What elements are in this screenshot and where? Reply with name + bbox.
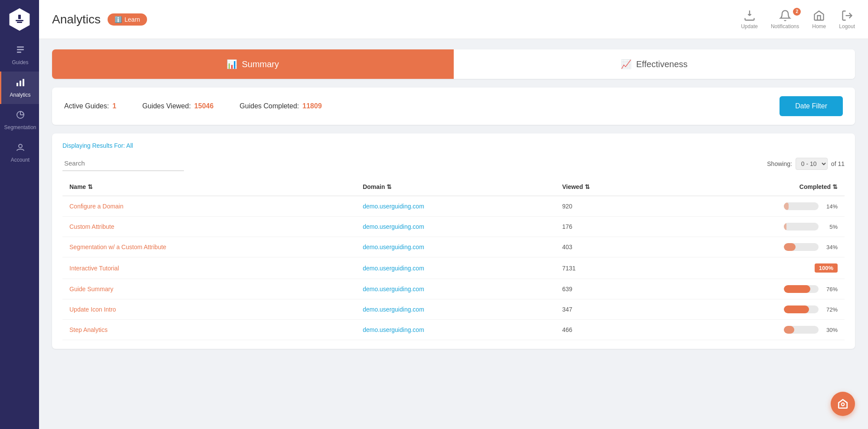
svg-rect-6 xyxy=(16,83,18,86)
showing-total: of 11 xyxy=(831,160,845,167)
showing-select[interactable]: 0 - 10 0 - 25 0 - 50 xyxy=(796,158,828,170)
domain-value: demo.userguiding.com xyxy=(363,306,424,313)
completed-cell: 72% xyxy=(665,299,845,320)
showing-label: Showing: xyxy=(767,160,792,167)
guide-name-link[interactable]: Update Icon Intro xyxy=(69,306,116,313)
table-row: Custom Attribute demo.userguiding.com 17… xyxy=(62,217,845,237)
sidebar: Guides Analytics Segmentation xyxy=(0,0,39,429)
table-row: Update Icon Intro demo.userguiding.com 3… xyxy=(62,299,845,320)
summary-icon: 📊 xyxy=(226,59,237,69)
displaying-label: Displaying Results For: All xyxy=(62,142,133,149)
displaying-value: All xyxy=(126,142,133,149)
svg-rect-1 xyxy=(16,20,23,21)
guides-viewed-label: Guides Viewed: xyxy=(142,102,191,110)
table-header-row: Name ⇅ Domain ⇅ Viewed ⇅ Completed ⇅ xyxy=(62,178,845,196)
guide-name-cell[interactable]: Guide Summary xyxy=(62,279,356,299)
analytics-icon xyxy=(16,78,25,89)
col-name[interactable]: Name ⇅ xyxy=(62,178,356,196)
logout-action[interactable]: Logout xyxy=(839,10,855,29)
domain-cell: demo.userguiding.com xyxy=(356,257,555,279)
guide-name-cell[interactable]: Update Icon Intro xyxy=(62,299,356,320)
tabs-container: 📊 Summary 📈 Effectiveness xyxy=(52,49,855,79)
domain-cell: demo.userguiding.com xyxy=(356,299,555,320)
page-body: 📊 Summary 📈 Effectiveness Active Guides:… xyxy=(39,39,868,429)
update-action[interactable]: Update xyxy=(741,10,758,29)
header-actions: Update 2 Notifications Home xyxy=(741,10,855,29)
tab-effectiveness[interactable]: 📈 Effectiveness xyxy=(454,49,855,79)
domain-value: demo.userguiding.com xyxy=(363,265,424,272)
tab-effectiveness-label: Effectiveness xyxy=(636,59,688,69)
completed-cell: 100% xyxy=(665,257,845,279)
svg-rect-0 xyxy=(18,15,21,19)
home-action[interactable]: Home xyxy=(812,10,826,29)
search-input[interactable] xyxy=(62,156,184,171)
notifications-action[interactable]: 2 Notifications xyxy=(771,10,799,29)
showing-info: Showing: 0 - 10 0 - 25 0 - 50 of 11 xyxy=(767,158,845,170)
search-showing-row: Showing: 0 - 10 0 - 25 0 - 50 of 11 xyxy=(62,156,845,171)
guides-completed-label: Guides Completed: xyxy=(239,102,299,110)
viewed-cell: 7131 xyxy=(555,257,665,279)
guide-name-link[interactable]: Segmentation w/ a Custom Attribute xyxy=(69,244,166,250)
notifications-label: Notifications xyxy=(771,23,799,29)
table-row: Configure a Domain demo.userguiding.com … xyxy=(62,196,845,217)
table-row: Step Analytics demo.userguiding.com 466 … xyxy=(62,320,845,340)
viewed-cell: 347 xyxy=(555,299,665,320)
table-container: Displaying Results For: All Showing: 0 -… xyxy=(52,133,855,349)
sidebar-item-label: Account xyxy=(11,157,29,163)
completed-cell: 5% xyxy=(665,217,845,237)
guide-name-link[interactable]: Custom Attribute xyxy=(69,223,115,230)
guide-name-cell[interactable]: Step Analytics xyxy=(62,320,356,340)
data-table: Name ⇅ Domain ⇅ Viewed ⇅ Completed ⇅ xyxy=(62,178,845,340)
svg-rect-8 xyxy=(23,79,24,86)
completed-cell: 30% xyxy=(665,320,845,340)
guide-name-link[interactable]: Interactive Tutorial xyxy=(69,265,119,272)
page-title: Analytics xyxy=(52,13,101,26)
guide-name-cell[interactable]: Interactive Tutorial xyxy=(62,257,356,279)
logout-label: Logout xyxy=(839,23,855,29)
tab-summary[interactable]: 📊 Summary xyxy=(52,49,454,79)
viewed-cell: 466 xyxy=(555,320,665,340)
guides-completed-value: 11809 xyxy=(302,102,322,110)
domain-cell: demo.userguiding.com xyxy=(356,217,555,237)
domain-cell: demo.userguiding.com xyxy=(356,320,555,340)
sidebar-item-segmentation[interactable]: Segmentation xyxy=(0,104,39,136)
guides-viewed-stat: Guides Viewed: 15046 xyxy=(142,102,213,110)
guide-name-cell[interactable]: Segmentation w/ a Custom Attribute xyxy=(62,237,356,257)
guide-name-cell[interactable]: Custom Attribute xyxy=(62,217,356,237)
domain-cell: demo.userguiding.com xyxy=(356,279,555,299)
sidebar-item-label: Analytics xyxy=(10,92,30,98)
guides-completed-stat: Guides Completed: 11809 xyxy=(239,102,321,110)
domain-value: demo.userguiding.com xyxy=(363,326,424,333)
sidebar-item-guides[interactable]: Guides xyxy=(0,39,39,72)
guide-name-link[interactable]: Step Analytics xyxy=(69,326,108,333)
guide-name-link[interactable]: Configure a Domain xyxy=(69,203,124,210)
completed-cell: 76% xyxy=(665,279,845,299)
guides-icon xyxy=(16,45,25,57)
update-label: Update xyxy=(741,23,758,29)
active-guides-value: 1 xyxy=(112,102,116,110)
viewed-cell: 920 xyxy=(555,196,665,217)
completed-cell: 14% xyxy=(665,196,845,217)
fab-button[interactable] xyxy=(831,392,855,416)
table-row: Interactive Tutorial demo.userguiding.co… xyxy=(62,257,845,279)
guide-name-link[interactable]: Guide Summary xyxy=(69,286,113,292)
effectiveness-icon: 📈 xyxy=(621,59,632,69)
date-filter-button[interactable]: Date Filter xyxy=(780,96,843,116)
col-viewed[interactable]: Viewed ⇅ xyxy=(555,178,665,196)
tab-summary-label: Summary xyxy=(242,59,279,69)
sidebar-logo xyxy=(0,0,39,39)
sidebar-item-account[interactable]: Account xyxy=(0,136,39,169)
domain-value: demo.userguiding.com xyxy=(363,244,424,250)
viewed-cell: 403 xyxy=(555,237,665,257)
domain-cell: demo.userguiding.com xyxy=(356,237,555,257)
guide-name-cell[interactable]: Configure a Domain xyxy=(62,196,356,217)
col-completed[interactable]: Completed ⇅ xyxy=(665,178,845,196)
col-domain[interactable]: Domain ⇅ xyxy=(356,178,555,196)
svg-rect-7 xyxy=(20,81,21,86)
guides-viewed-value: 15046 xyxy=(194,102,214,110)
sidebar-item-label: Segmentation xyxy=(4,124,36,130)
segmentation-icon xyxy=(16,110,25,122)
sidebar-item-analytics[interactable]: Analytics xyxy=(0,72,39,104)
domain-cell: demo.userguiding.com xyxy=(356,196,555,217)
learn-button[interactable]: ℹ️ Learn xyxy=(108,13,147,26)
